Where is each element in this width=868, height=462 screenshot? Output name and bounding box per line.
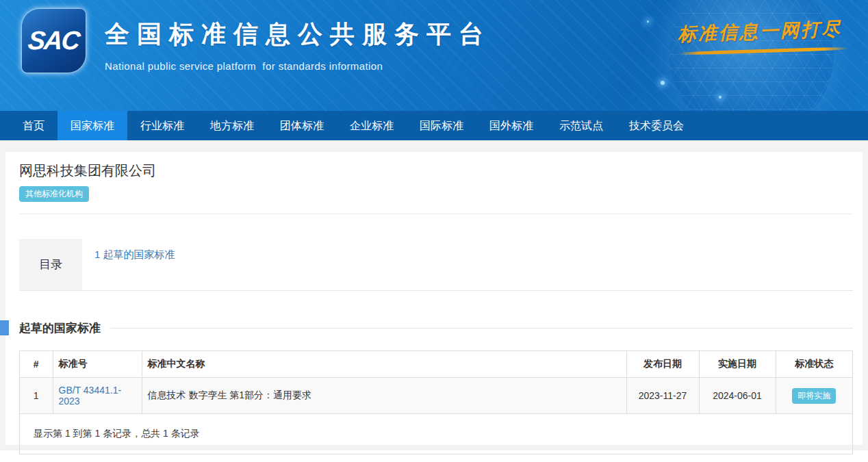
sac-logo-text: SAC	[27, 26, 81, 55]
standards-table: # 标准号 标准中文名称 发布日期 实施日期 标准状态 1 GB/T 43441…	[20, 351, 852, 414]
col-header-index: #	[20, 351, 53, 378]
header-banner: SAC 全国标准信息公共服务平台 National public service…	[0, 0, 868, 111]
col-header-status: 标准状态	[776, 351, 852, 378]
glow-dot	[647, 21, 649, 23]
nav-tab-local-standard[interactable]: 地方标准	[197, 111, 267, 140]
col-header-name: 标准中文名称	[142, 351, 626, 378]
col-header-impl-date: 实施日期	[699, 351, 776, 378]
globe-graphic	[669, 0, 834, 111]
section-rule	[110, 328, 853, 329]
toc-panel: 目录 1 起草的国家标准	[19, 239, 853, 291]
divider	[19, 214, 853, 214]
page-background: 网思科技集团有限公司 其他标准化机构 目录 1 起草的国家标准 起草的国家标准 …	[0, 140, 868, 450]
content-card: 网思科技集团有限公司 其他标准化机构 目录 1 起草的国家标准 起草的国家标准 …	[5, 152, 863, 445]
row-impl-date: 2024-06-01	[699, 378, 776, 414]
col-header-std-no: 标准号	[53, 351, 142, 378]
table-row: 1 GB/T 43441.1-2023 信息技术 数字孪生 第1部分：通用要求 …	[20, 378, 852, 414]
row-status: 即将实施	[776, 378, 852, 414]
nav-tab-home[interactable]: 首页	[10, 111, 58, 140]
nav-tab-group-standard[interactable]: 团体标准	[267, 111, 337, 140]
org-type-badge: 其他标准化机构	[19, 186, 89, 202]
glow-dot	[719, 96, 722, 99]
toc-link-drafted-standards[interactable]: 1 起草的国家标准	[94, 248, 175, 260]
section-title: 起草的国家标准	[19, 320, 101, 336]
site-titles: 全国标准信息公共服务平台 National public service pla…	[105, 18, 491, 72]
sac-logo[interactable]: SAC	[22, 9, 86, 73]
org-name: 网思科技集团有限公司	[19, 152, 853, 180]
toc-body: 1 起草的国家标准	[82, 239, 853, 290]
section-header: 起草的国家标准	[19, 320, 853, 336]
record-count-summary: 显示第 1 到第 1 条记录，总共 1 条记录	[20, 414, 852, 454]
col-header-pub-date: 发布日期	[626, 351, 699, 378]
site-subtitle: National public service platform for sta…	[105, 60, 491, 72]
nav-tab-industry-standard[interactable]: 行业标准	[127, 111, 197, 140]
status-badge: 即将实施	[792, 388, 836, 404]
row-pub-date: 2023-11-27	[626, 378, 699, 414]
glow-dot	[661, 81, 665, 85]
nav-tab-national-standard[interactable]: 国家标准	[58, 111, 127, 140]
nav-tab-international-standard[interactable]: 国际标准	[407, 111, 476, 140]
nav-tab-foreign-standard[interactable]: 国外标准	[476, 111, 546, 140]
toc-label: 目录	[19, 239, 82, 290]
row-std-name: 信息技术 数字孪生 第1部分：通用要求	[142, 378, 626, 414]
nav-tab-pilot[interactable]: 示范试点	[546, 111, 616, 140]
section-marker	[0, 320, 9, 335]
nav-tab-enterprise-standard[interactable]: 企业标准	[337, 111, 407, 140]
row-std-no: GB/T 43441.1-2023	[53, 378, 142, 414]
standards-table-container: # 标准号 标准中文名称 发布日期 实施日期 标准状态 1 GB/T 43441…	[19, 350, 853, 454]
site-title: 全国标准信息公共服务平台	[105, 18, 491, 51]
main-nav: 首页 国家标准 行业标准 地方标准 团体标准 企业标准 国际标准 国外标准 示范…	[0, 111, 868, 140]
standard-number-link[interactable]: GB/T 43441.1-2023	[59, 385, 122, 407]
row-index: 1	[20, 378, 53, 414]
nav-tab-technical-committee[interactable]: 技术委员会	[616, 111, 697, 140]
table-header-row: # 标准号 标准中文名称 发布日期 实施日期 标准状态	[20, 351, 852, 378]
